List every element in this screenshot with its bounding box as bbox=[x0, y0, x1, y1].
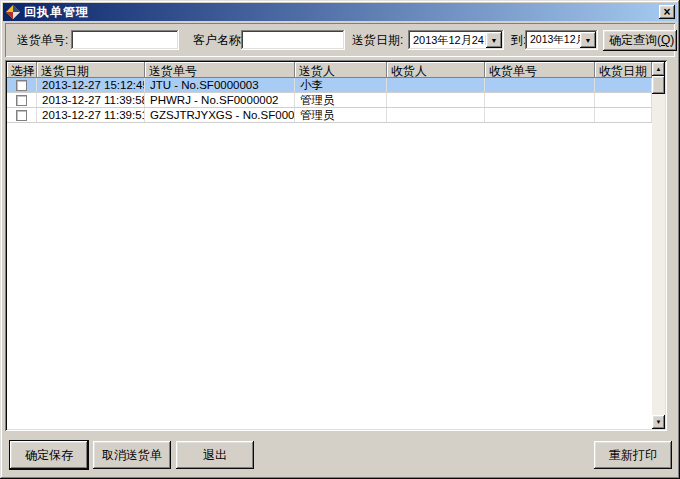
cell-date: 2013-12-27 11:39:58 bbox=[37, 93, 145, 107]
select-cell bbox=[7, 78, 37, 92]
date-to-combobox[interactable]: 2013年12月27日 ▼ bbox=[525, 30, 598, 50]
cell-deliverer: 管理员 bbox=[295, 108, 387, 122]
grid-header-row: 选择送货日期送货单号送货人收货人收货单号收货日期 bbox=[7, 62, 652, 78]
scroll-up-button[interactable]: ▲ bbox=[652, 62, 665, 76]
window: 回执单管理 × 送货单号: 客户名称: 送货日期: 2013年12月24日 ▼ … bbox=[0, 0, 680, 479]
cell-deliverer: 小李 bbox=[295, 78, 387, 92]
cell-date: 2013-12-27 11:39:51 bbox=[37, 108, 145, 122]
delivery-no-label: 送货单号: bbox=[17, 32, 68, 49]
chevron-down-icon[interactable]: ▼ bbox=[486, 32, 502, 48]
select-cell bbox=[7, 108, 37, 122]
delivery-no-input[interactable] bbox=[71, 30, 179, 50]
row-checkbox[interactable] bbox=[16, 95, 27, 106]
data-grid: 选择送货日期送货单号送货人收货人收货单号收货日期 2013-12-27 15:1… bbox=[5, 60, 667, 431]
cell-receiver bbox=[387, 108, 485, 122]
cell-order_no: PHWRJ - No.SF0000002 bbox=[145, 93, 295, 107]
column-header[interactable]: 送货日期 bbox=[37, 62, 145, 78]
cell-date: 2013-12-27 15:12:45 bbox=[37, 78, 145, 92]
confirm-query-button[interactable]: 确定查询(Q) bbox=[603, 30, 677, 51]
cell-receipt_no bbox=[485, 78, 595, 92]
cell-order_no: GZSJTRJYXGS - No.SF0000002 bbox=[145, 108, 295, 122]
grid-body: 2013-12-27 15:12:45JTU - No.SF0000003小李2… bbox=[7, 78, 652, 429]
query-label-prefix: 确定查询( bbox=[609, 33, 661, 47]
titlebar: 回执单管理 × bbox=[3, 3, 677, 21]
column-header[interactable]: 选择 bbox=[7, 62, 37, 78]
chevron-down-icon[interactable]: ▼ bbox=[580, 32, 596, 48]
cell-receipt_no bbox=[485, 93, 595, 107]
confirm-save-button[interactable]: 确定保存 bbox=[10, 441, 88, 469]
date-from-combobox[interactable]: 2013年12月24日 ▼ bbox=[408, 30, 504, 50]
cell-deliverer: 管理员 bbox=[295, 93, 387, 107]
date-from-value: 2013年12月24日 bbox=[408, 33, 486, 48]
exit-button[interactable]: 退出 bbox=[176, 441, 254, 469]
query-label-suffix: ) bbox=[670, 33, 674, 47]
scroll-down-button[interactable]: ▼ bbox=[652, 415, 665, 429]
row-checkbox[interactable] bbox=[16, 80, 27, 91]
date-to-value: 2013年12月27日 bbox=[525, 33, 580, 47]
customer-name-label: 客户名称: bbox=[193, 32, 244, 49]
close-icon: × bbox=[663, 7, 670, 17]
table-row[interactable]: 2013-12-27 11:39:51GZSJTRJYXGS - No.SF00… bbox=[7, 108, 652, 123]
column-header[interactable]: 送货单号 bbox=[145, 62, 295, 78]
cell-receipt_date bbox=[595, 108, 652, 122]
cell-receiver bbox=[387, 93, 485, 107]
reprint-button[interactable]: 重新打印 bbox=[594, 441, 672, 469]
cancel-delivery-button[interactable]: 取消送货单 bbox=[93, 441, 171, 469]
cell-receiver bbox=[387, 78, 485, 92]
column-header[interactable]: 收货日期 bbox=[595, 62, 652, 78]
search-panel: 送货单号: 客户名称: 送货日期: 2013年12月24日 ▼ 到: 2013年… bbox=[5, 23, 675, 57]
row-checkbox[interactable] bbox=[16, 110, 27, 121]
column-header[interactable]: 收货单号 bbox=[485, 62, 595, 78]
customer-name-input[interactable] bbox=[241, 30, 345, 50]
table-row[interactable]: 2013-12-27 11:39:58PHWRJ - No.SF0000002管… bbox=[7, 93, 652, 108]
column-header[interactable]: 送货人 bbox=[295, 62, 387, 78]
cell-receipt_date bbox=[595, 78, 652, 92]
cell-order_no: JTU - No.SF0000003 bbox=[145, 78, 295, 92]
query-label-key: Q bbox=[661, 33, 670, 47]
table-row[interactable]: 2013-12-27 15:12:45JTU - No.SF0000003小李 bbox=[7, 78, 652, 93]
cell-receipt_no bbox=[485, 108, 595, 122]
cell-receipt_date bbox=[595, 93, 652, 107]
column-header[interactable]: 收货人 bbox=[387, 62, 485, 78]
select-cell bbox=[7, 93, 37, 107]
app-icon bbox=[6, 5, 20, 19]
scrollbar-thumb[interactable] bbox=[652, 76, 665, 94]
vertical-scrollbar[interactable]: ▲ ▼ bbox=[652, 62, 665, 429]
window-title: 回执单管理 bbox=[24, 4, 659, 21]
close-button[interactable]: × bbox=[659, 5, 675, 19]
grid-inner: 选择送货日期送货单号送货人收货人收货单号收货日期 2013-12-27 15:1… bbox=[7, 62, 665, 429]
delivery-date-label: 送货日期: bbox=[352, 32, 403, 49]
